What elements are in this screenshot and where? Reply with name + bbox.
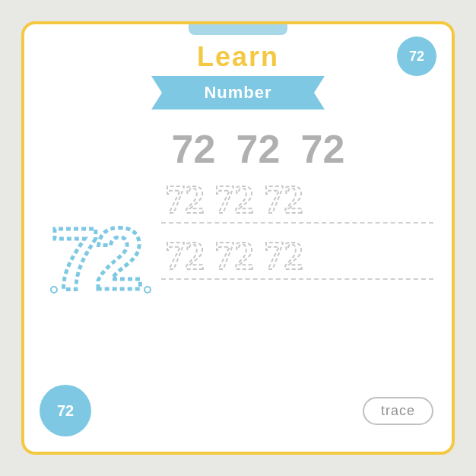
solid-num-1: 72 <box>161 129 226 169</box>
svg-point-2 <box>144 287 151 293</box>
trace-row-1-svg: 72 72 72 <box>161 173 367 219</box>
svg-text:72 72 72: 72 72 72 <box>165 178 303 219</box>
learn-title: Learn <box>197 41 279 73</box>
badge-top-right: 72 <box>397 36 436 76</box>
big-dashed-number-svg: 72 <box>43 202 157 300</box>
solid-numbers-row: 72 72 72 <box>161 129 433 169</box>
trace-label: trace <box>363 397 433 425</box>
trace-row-2-svg: 72 72 72 <box>161 230 367 275</box>
svg-text:72 72 72: 72 72 72 <box>165 234 303 275</box>
trace-row-1: 72 72 72 <box>161 173 433 224</box>
top-tab-decoration <box>189 21 287 35</box>
bottom-row: 72 trace <box>24 385 452 452</box>
solid-num-3: 72 <box>290 129 355 169</box>
main-content: 72 72 72 72 72 72 72 <box>24 109 452 385</box>
trace-row-2: 72 72 72 <box>161 230 433 280</box>
main-frame: Learn Number 72 72 72 72 72 <box>21 21 455 455</box>
bottom-badge: 72 <box>40 385 91 436</box>
solid-num-2: 72 <box>226 129 290 169</box>
ribbon-text: Number <box>204 83 271 103</box>
right-numbers-area: 72 72 72 72 72 72 72 72 72 <box>161 122 433 373</box>
left-section: 72 <box>40 122 161 373</box>
svg-text:72: 72 <box>51 210 141 300</box>
ribbon-banner: Number <box>162 76 314 109</box>
